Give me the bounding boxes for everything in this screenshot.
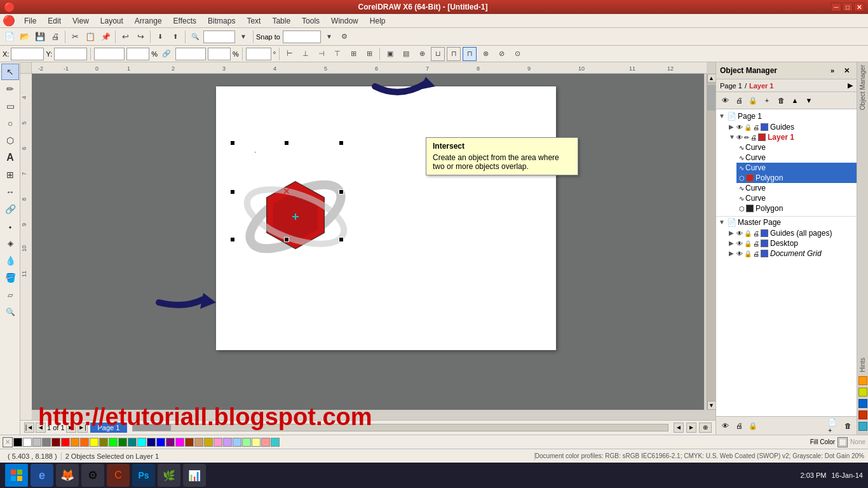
- export-button[interactable]: ⬆: [168, 30, 182, 44]
- eye-docgrid[interactable]: 👁: [736, 250, 743, 257]
- om-new-layer-btn2[interactable]: 📄+: [827, 419, 840, 432]
- simplify-button[interactable]: ⊗: [478, 47, 492, 61]
- tree-polygon1[interactable]: ⬡ Polygon: [736, 173, 857, 183]
- color-purple[interactable]: [166, 438, 175, 447]
- menu-layout[interactable]: Layout: [95, 15, 128, 27]
- tree-curve1[interactable]: ∿ Curve: [736, 142, 857, 152]
- menu-window[interactable]: Window: [326, 15, 363, 27]
- om-expand-btn[interactable]: ▶: [848, 81, 853, 90]
- lock-docgrid[interactable]: 🔒: [744, 250, 752, 257]
- lock-icon-guides[interactable]: 🔒: [744, 124, 752, 131]
- lock-desktop[interactable]: 🔒: [744, 240, 752, 247]
- zoom-tool[interactable]: 🔍: [1, 304, 19, 320]
- page1-toggle[interactable]: ▼: [719, 112, 726, 120]
- copy-button[interactable]: 📋: [83, 30, 97, 44]
- connector-tool[interactable]: 🔗: [1, 201, 19, 217]
- om-new-layer-btn[interactable]: +: [761, 94, 773, 107]
- om-lock-all-btn[interactable]: 🔒: [747, 419, 759, 432]
- print-icon-layer1[interactable]: 🖨: [750, 134, 757, 141]
- om-eye-all-btn[interactable]: 👁: [719, 419, 731, 432]
- layer1-toggle[interactable]: ▼: [729, 133, 736, 141]
- print-button[interactable]: 🖨: [48, 30, 62, 44]
- guidesall-toggle[interactable]: ▶: [729, 229, 736, 237]
- angle-field[interactable]: 0.0: [246, 48, 271, 60]
- tree-curve2[interactable]: ∿ Curve: [736, 152, 857, 163]
- align-top-button[interactable]: ⊤: [330, 47, 344, 61]
- menu-file[interactable]: File: [19, 15, 41, 27]
- color-black[interactable]: [13, 438, 22, 447]
- freehand-tool[interactable]: ✏: [1, 81, 19, 97]
- dimension-tool[interactable]: ↔: [1, 184, 19, 200]
- hints-tab[interactable]: Hints: [859, 358, 866, 372]
- scroll-thumb-v[interactable]: [707, 85, 715, 111]
- color-blue[interactable]: [156, 438, 165, 447]
- tree-masterpage[interactable]: ▼ 📄 Master Page: [716, 216, 857, 228]
- save-button[interactable]: 💾: [33, 30, 47, 44]
- taskbar-app6[interactable]: 🌿: [158, 464, 180, 487]
- tree-curve5[interactable]: ∿ Curve: [736, 193, 857, 203]
- tree-guides[interactable]: ▶ 👁 🔒 🖨 Guides: [726, 122, 857, 132]
- next-page-button[interactable]: ►: [66, 423, 76, 433]
- tree-guides-all[interactable]: ▶ 👁 🔒 🖨 Guides (all pages): [726, 228, 857, 238]
- align-left-button[interactable]: ⊢: [283, 47, 297, 61]
- color-olive[interactable]: [99, 438, 108, 447]
- om-move-down-btn[interactable]: ▼: [803, 94, 815, 107]
- zoom-button[interactable]: 🔍: [188, 30, 202, 44]
- menu-edit[interactable]: Edit: [43, 15, 66, 27]
- redo-button[interactable]: ↪: [133, 30, 147, 44]
- zoom-input[interactable]: 50%: [203, 30, 235, 43]
- align-center-button[interactable]: ⊥: [299, 47, 313, 61]
- outline-tool[interactable]: ▱: [1, 287, 19, 303]
- back-minus-front[interactable]: ⊙: [510, 47, 524, 61]
- intersect-button[interactable]: ⊓: [463, 47, 477, 61]
- om-delete-btn[interactable]: 🗑: [775, 94, 787, 107]
- lock-icon-layer1[interactable]: ✏: [744, 134, 749, 141]
- eye-icon-guides[interactable]: 👁: [736, 124, 743, 131]
- tree-polygon2[interactable]: ⬡ Polygon: [736, 203, 857, 214]
- polygon-tool[interactable]: ⬡: [1, 132, 19, 149]
- eye-guides-all[interactable]: 👁: [736, 230, 743, 237]
- table-tool[interactable]: ⊞: [1, 166, 19, 183]
- front-minus-back[interactable]: ⊘: [494, 47, 508, 61]
- color-tan[interactable]: [194, 438, 203, 447]
- blend-tool[interactable]: ⬥: [1, 218, 19, 234]
- snap-dropdown[interactable]: ▼: [322, 30, 336, 44]
- scroll-thumb-h[interactable]: [133, 424, 171, 431]
- scroll-up-button[interactable]: ▲: [707, 74, 716, 83]
- first-page-button[interactable]: |◄: [24, 423, 34, 433]
- lock-guides-all[interactable]: 🔒: [744, 230, 752, 237]
- color-brown[interactable]: [185, 438, 194, 447]
- tree-curve4[interactable]: ∿ Curve: [736, 183, 857, 193]
- taskbar-ie[interactable]: e: [31, 464, 53, 487]
- color-white[interactable]: [23, 438, 32, 447]
- new-button[interactable]: 📄: [3, 30, 17, 44]
- minimize-button[interactable]: ─: [831, 3, 841, 11]
- color-navy[interactable]: [147, 438, 156, 447]
- menu-tools[interactable]: Tools: [297, 15, 325, 27]
- color-darkorange[interactable]: [80, 438, 89, 447]
- combine-button[interactable]: ⊕: [415, 47, 429, 61]
- scroll-track-v[interactable]: [707, 83, 715, 401]
- page-tab[interactable]: Page 1: [90, 423, 128, 433]
- ellipse-tool[interactable]: ○: [1, 115, 19, 132]
- last-page-button[interactable]: ►|: [78, 423, 88, 433]
- print-docgrid[interactable]: 🖨: [753, 250, 759, 257]
- open-button[interactable]: 📂: [18, 30, 32, 44]
- color-lightyellow[interactable]: [252, 438, 261, 447]
- taskbar-chrome[interactable]: ⚙: [81, 464, 104, 487]
- color-lightgreen[interactable]: [242, 438, 251, 447]
- select-tool[interactable]: ↖: [1, 64, 19, 80]
- om-expand-button[interactable]: »: [826, 64, 839, 77]
- tree-page1[interactable]: ▼ 📄 Page 1: [716, 111, 857, 122]
- trim-button[interactable]: ⊓: [447, 47, 461, 61]
- menu-help[interactable]: Help: [365, 15, 391, 27]
- object-manager-tab[interactable]: Object Manager: [859, 65, 866, 110]
- snap-input[interactable]: [283, 30, 321, 43]
- color-lightsalmon[interactable]: [261, 438, 270, 447]
- om-close-button[interactable]: ✕: [840, 64, 853, 77]
- undo-button[interactable]: ↩: [118, 30, 132, 44]
- cut-button[interactable]: ✂: [68, 30, 82, 44]
- color-green[interactable]: [118, 438, 127, 447]
- layer1-quicklabel[interactable]: Layer 1: [749, 82, 774, 90]
- color-aqua[interactable]: [137, 438, 146, 447]
